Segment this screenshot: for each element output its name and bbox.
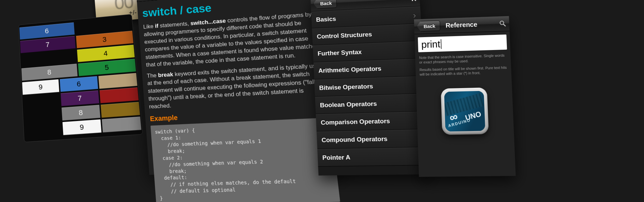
reference-list-panel: Back R BasicsControl StructuresFurther S… [311,0,431,176]
code-example: switch (var) { case 1: //do something wh… [150,118,340,202]
doc-panel: Reference switch / case Like if statemen… [136,0,342,175]
resistor-panel: 00 Oh +/- 5% 67348596789 [5,0,156,141]
doc-paragraph-2: The break keyword exits the switch state… [147,61,328,111]
svg-line-1 [504,24,505,26]
band-cell[interactable] [99,87,138,104]
back-button[interactable]: Back [417,20,440,32]
search-icon[interactable] [499,20,506,27]
band-cell[interactable]: 8 [62,105,100,121]
svg-point-0 [500,21,504,25]
search-hint-2: Results based on title will be shown fir… [416,65,512,79]
search-input-value: print [421,39,441,50]
reference-list-item[interactable]: Pointer A [317,147,430,167]
reference-list-item[interactable]: Bitwise Operators [314,76,425,97]
band-cell[interactable]: 6 [60,76,98,92]
search-toolbar: Back Reference [414,16,509,34]
band-cell[interactable] [101,102,140,118]
reference-category-list: BasicsControl StructuresFurther SyntaxAr… [311,6,430,167]
doc-paragraph-1: Like if statements, switch...case contro… [143,10,323,69]
search-panel: Back Reference print Note that the searc… [414,16,516,177]
search-toolbar-title: Reference [445,21,477,29]
reflist-title-partial: R [411,0,417,3]
text-cursor [441,39,442,49]
reference-list-item[interactable]: Boolean Operators [315,94,427,114]
band-cell[interactable]: 9 [22,79,59,95]
reference-list-item[interactable]: Compound Operators [317,129,429,149]
search-input[interactable]: print [418,35,507,52]
band-cell[interactable] [102,116,141,133]
band-cell[interactable] [98,73,137,89]
back-button[interactable]: Back [313,0,337,9]
band-cell[interactable]: 9 [62,119,101,135]
band-cell[interactable]: 7 [61,90,99,106]
reference-list-item[interactable]: Comparison Operators [316,111,428,132]
resistor-band-picker[interactable]: 67348596789 [18,14,143,142]
app-icon: ∞ UNO ARDUINO [441,87,489,135]
